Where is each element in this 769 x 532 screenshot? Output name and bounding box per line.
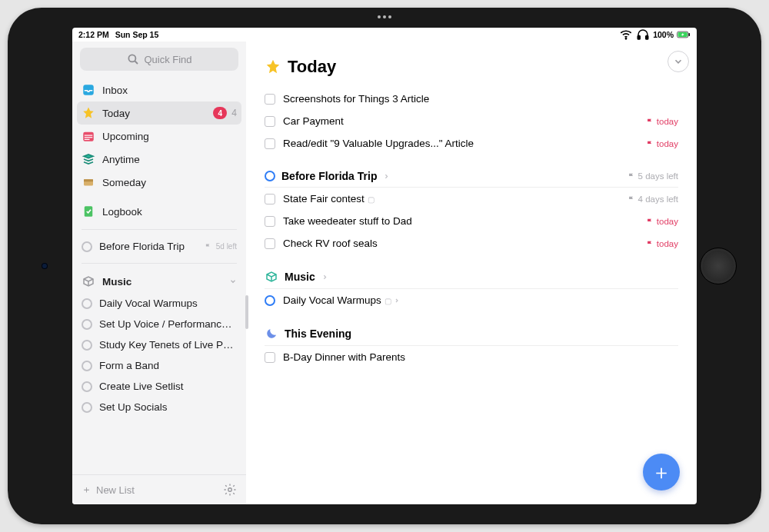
svg-rect-11 [85,137,93,138]
task-item[interactable]: Daily Vocal Warmups ▢ [265,289,678,311]
sidebar-area-music[interactable]: Music [72,270,246,293]
svg-point-0 [626,38,627,39]
quick-find-input[interactable]: Quick Find [80,48,238,71]
checkbox[interactable] [265,352,275,363]
svg-line-7 [135,61,138,64]
project-progress-icon [82,319,92,330]
deadline-tag: 5d left [205,242,237,251]
deadline-tag: today [646,117,678,126]
sidebar-project-band[interactable]: Form a Band [72,355,246,376]
status-date: Sun Sep 15 [115,30,159,39]
main-panel: Today Screenshots for Things 3 Article C… [246,42,697,504]
deadline-tag: 5 days left [628,171,678,181]
svg-point-16 [228,488,232,492]
sidebar-project-setlist[interactable]: Create Live Setlist [72,376,246,397]
section-header-florida[interactable]: Before Florida Trip 5 days left [265,155,678,188]
chevron-down-icon[interactable] [229,278,237,285]
deadline-tag: 4 days left [628,195,678,204]
project-progress-icon [82,402,92,413]
sidebar: Quick Find Inbox Today 4 4 [72,42,246,504]
svg-rect-5 [688,33,690,36]
task-item[interactable]: Read/edit "9 Valuable Upgrades..." Artic… [265,132,678,155]
chevron-right-icon [321,274,328,281]
battery-percent: 100% [653,30,674,39]
plus-icon: ＋ [82,483,92,497]
project-progress-icon [82,241,92,252]
deadline-tag: today [646,139,678,148]
star-icon [82,106,95,120]
drawer-icon [82,175,95,189]
scroll-indicator [245,295,248,329]
sidebar-project-voice-lessons[interactable]: Set Up Voice / Performance Les... [72,314,246,334]
note-icon: ▢ [368,195,375,204]
page-title: Today [265,42,678,88]
area-box-icon [82,274,95,288]
deadline-tag: today [646,217,678,226]
inbox-icon [82,83,95,97]
project-progress-icon [265,295,275,306]
sidebar-item-logbook[interactable]: Logbook [72,200,246,223]
chevron-right-icon [394,298,400,304]
stack-icon [82,152,95,166]
moon-icon [265,327,278,341]
checkbox[interactable] [265,216,275,227]
sidebar-project-tenets[interactable]: Study Key Tenets of Live Perfor... [72,334,246,355]
device-camera [42,263,48,269]
project-progress-icon [82,361,92,371]
svg-rect-2 [646,36,648,40]
sidebar-item-today[interactable]: Today 4 4 [77,101,241,125]
project-progress-icon [82,298,92,309]
svg-rect-10 [85,135,93,136]
device-home-button[interactable] [700,248,737,284]
quick-find-placeholder: Quick Find [144,54,191,65]
divider [82,263,237,264]
chevron-right-icon [383,173,390,180]
task-item[interactable]: Screenshots for Things 3 Article [265,88,678,110]
calendar-icon [82,129,95,143]
deadline-tag: today [646,239,678,248]
status-bar: 2:12 PM Sun Sep 15 100% [72,28,697,42]
project-progress-icon [265,171,275,181]
svg-point-6 [129,55,136,62]
gear-icon[interactable] [223,483,237,497]
today-count: 4 [231,108,237,118]
divider [82,229,237,230]
checkbox[interactable] [265,94,275,105]
task-item[interactable]: Take weedeater stuff to Dad today [265,210,678,232]
checkbox[interactable] [265,194,275,204]
checkbox[interactable] [265,116,275,127]
more-button[interactable] [667,51,689,72]
today-badge: 4 [213,107,227,119]
headphones-icon [636,28,650,42]
logbook-icon [82,204,95,218]
new-task-button[interactable]: ＋ [643,454,680,490]
task-item[interactable]: Car Payment today [265,110,678,132]
checkbox[interactable] [265,138,275,149]
sidebar-item-anytime[interactable]: Anytime [72,148,246,171]
section-header-evening[interactable]: This Evening [265,311,678,346]
sidebar-item-someday[interactable]: Someday [72,171,246,194]
note-icon: ▢ [384,297,391,305]
svg-rect-12 [85,139,90,140]
search-icon [126,52,140,66]
sidebar-item-upcoming[interactable]: Upcoming [72,125,246,148]
status-time: 2:12 PM [78,30,109,39]
sidebar-project-florida[interactable]: Before Florida Trip 5d left [72,236,246,257]
task-item[interactable]: B-Day Dinner with Parents [265,346,678,368]
project-progress-icon [82,340,92,351]
svg-rect-1 [638,36,640,40]
checkbox[interactable] [265,238,275,249]
wifi-icon [619,28,633,42]
new-list-button[interactable]: ＋ New List [82,483,135,497]
sidebar-project-socials[interactable]: Set Up Socials [72,397,246,417]
battery-icon [677,28,691,42]
sidebar-project-warmups[interactable]: Daily Vocal Warmups [72,293,246,314]
sidebar-item-inbox[interactable]: Inbox [72,78,246,101]
section-header-music[interactable]: Music [265,254,678,289]
svg-rect-15 [85,206,93,217]
task-item[interactable]: State Fair contest ▢ 4 days left [265,188,678,210]
area-box-icon [265,270,278,284]
svg-rect-14 [84,179,93,181]
task-item[interactable]: Check RV roof seals today [265,232,678,254]
project-progress-icon [82,381,92,392]
